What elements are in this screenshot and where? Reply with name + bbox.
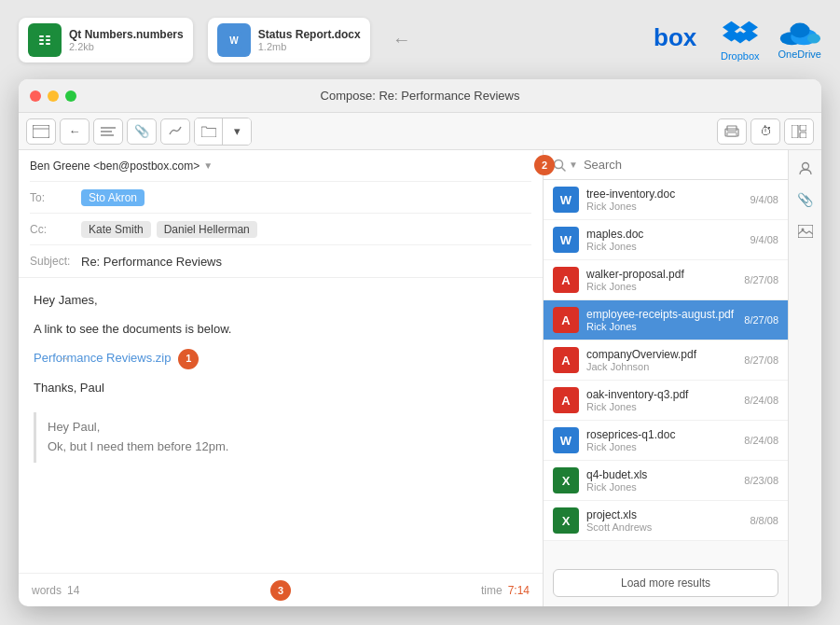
file-details: tree-inventory.docRick Jones [586,188,742,212]
file-list: Wtree-inventory.docRick Jones9/4/08Wmapl… [544,180,788,560]
file-name: oak-inventory-q3.pdf [586,388,737,401]
subject-row[interactable]: Subject: Re: Performance Reviews [30,245,531,277]
search-input[interactable] [584,158,778,172]
file-type-icon: W [553,427,579,453]
file-details: employee-receipts-august.pdfRick Jones [586,308,737,332]
file-name: employee-receipts-august.pdf [586,308,737,321]
cc-tag-kate[interactable]: Kate Smith [81,221,151,238]
toolbar-folder-group: ▾ [194,118,252,146]
file-type-icon: A [553,267,579,293]
close-button[interactable] [30,90,41,102]
maximize-button[interactable] [65,90,76,102]
panel-attachment-icon[interactable]: 📎 [793,188,818,212]
panel-contacts-icon[interactable] [793,156,818,180]
content-area: Ben Greene <ben@postbox.com> ▼ To: Sto A… [19,150,821,606]
link-text: Performance Reviews.zip [34,349,171,368]
svg-rect-33 [798,225,813,238]
file-list-item[interactable]: AcompanyOverview.pdfJack Johnson8/27/08 [544,340,788,381]
docx-file-info: Status Report.docx 1.2mb [258,28,361,52]
file-list-item[interactable]: Wtree-inventory.docRick Jones9/4/08 [544,180,788,220]
cc-label: Cc: [30,223,81,236]
toolbar-layout-btn[interactable] [784,118,814,145]
toolbar-folder-chevron[interactable]: ▾ [223,118,251,145]
file-owner: Jack Johnson [586,361,737,372]
toolbar-attach-btn[interactable]: 📎 [127,118,157,145]
svg-point-32 [802,163,808,170]
svg-text:box: box [654,23,697,51]
footer-time: time 7:14 [481,584,530,597]
file-type-icon: W [553,227,579,253]
left-arrow-indicator: → [58,348,71,368]
file-date: 9/4/08 [750,194,778,205]
file-date: 9/4/08 [750,234,778,245]
file-list-item[interactable]: Aemployee-receipts-august.pdfRick Jones8… [544,300,788,340]
svg-rect-5 [39,43,44,45]
numbers-file-info: Qt Numbers.numbers 2.2kb [69,28,184,52]
file-badge-numbers[interactable]: Qt Numbers.numbers 2.2kb [19,18,193,62]
dropbox-logo[interactable]: Dropbox [721,19,760,62]
file-list-item[interactable]: Wmaples.docRick Jones9/4/08 [544,220,788,260]
file-list-item[interactable]: Aoak-inventory-q3.pdfRick Jones8/24/08 [544,381,788,421]
toolbar-compose-btn[interactable] [26,118,56,145]
panel-side-icons: 📎 [788,150,821,606]
onedrive-text: OneDrive [778,49,821,60]
panel-image-icon[interactable] [793,219,818,243]
cc-tag-daniel[interactable]: Daniel Hellerman [157,221,257,238]
to-row[interactable]: To: Sto Akron [30,182,531,214]
svg-rect-28 [800,125,806,131]
toolbar-right: ⏱ [717,118,814,145]
toolbar-timer-btn[interactable]: ⏱ [750,118,780,145]
right-section: 2 ▼ Wtree-inventory.docRick Jones9/4/08W… [544,150,821,606]
footer-words: words 14 [32,584,79,597]
file-details: maples.docRick Jones [586,228,742,252]
file-owner: Scott Andrews [586,521,742,533]
mail-window: Compose: Re: Performance Reviews ← 📎 ▾ ⏱ [19,79,821,606]
svg-rect-6 [46,43,50,45]
from-chevron-icon[interactable]: ▼ [203,160,213,171]
svg-line-31 [562,167,566,171]
cloud-logos: box Dropbox OneDrive [654,19,821,62]
file-list-item[interactable]: Xproject.xlsScott Andrews8/8/08 [544,501,788,541]
onedrive-logo[interactable]: OneDrive [778,21,821,60]
toolbar-sign-btn[interactable] [160,118,190,145]
file-badge-docx[interactable]: W Status Report.docx 1.2mb [208,18,370,62]
box-logo[interactable]: box [654,23,702,57]
file-type-icon: W [553,187,579,213]
toolbar-folder-btn[interactable] [195,118,223,145]
performance-reviews-link[interactable]: Performance Reviews.zip [34,349,171,368]
file-owner: Rick Jones [586,321,737,332]
from-row: Ben Greene <ben@postbox.com> ▼ [30,150,531,182]
from-value: Ben Greene <ben@postbox.com> [30,160,200,173]
words-label: words [32,584,62,597]
file-type-icon: A [553,307,579,333]
file-name: tree-inventory.doc [586,188,742,201]
file-details: roseprices-q1.docRick Jones [586,428,737,452]
file-list-item[interactable]: Wroseprices-q1.docRick Jones8/24/08 [544,421,788,461]
file-list-item[interactable]: Awalker-proposal.pdfRick Jones8/27/08 [544,260,788,300]
file-date: 8/27/08 [744,314,778,326]
toolbar-print-btn[interactable] [717,118,747,145]
file-name: maples.doc [586,228,742,241]
file-date: 8/24/08 [744,435,778,446]
quoted-line1: Hey Paul, [48,418,528,438]
email-footer: words 14 3 time 7:14 [19,573,543,606]
svg-rect-27 [792,125,798,138]
file-list-item[interactable]: Xq4-budet.xlsRick Jones8/23/08 [544,461,788,501]
body-thanks: Thanks, Paul [34,379,528,398]
file-owner: Rick Jones [586,481,737,493]
file-owner: Rick Jones [586,241,742,252]
minimize-button[interactable] [48,90,59,102]
file-owner: Rick Jones [586,441,737,452]
docx-icon: W [217,23,251,57]
file-owner: Rick Jones [586,401,737,412]
load-more-button[interactable]: Load more results [553,569,778,597]
cc-row[interactable]: Cc: Kate Smith Daniel Hellerman [30,214,531,245]
to-tag-sto[interactable]: Sto Akron [81,189,145,206]
toolbar-format-btn[interactable] [93,118,123,145]
svg-rect-0 [36,32,53,49]
email-body[interactable]: Hey James, A link to see the documents i… [19,278,543,573]
docx-file-size: 1.2mb [258,41,361,52]
numbers-icon [28,23,62,57]
file-type-icon: A [553,387,579,413]
toolbar-back-btn[interactable]: ← [60,118,90,145]
